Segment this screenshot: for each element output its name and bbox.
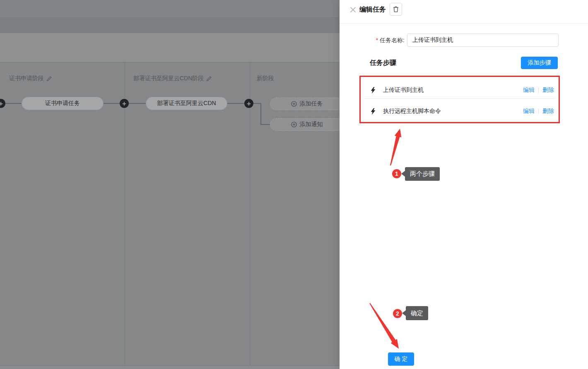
annotation-tooltip-steps: 两个步骤 <box>405 167 440 181</box>
stage-title-1: 证书申请阶段 <box>9 75 52 82</box>
plus-icon: + <box>247 100 251 107</box>
action-separator <box>538 87 539 93</box>
stage-title-2-label: 部署证书至阿里云CDN阶段 <box>133 75 204 82</box>
app-root: 证书申请阶段 部署证书至阿里云CDN阶段 新阶段 证书申请任务 部署证书至阿里云… <box>0 0 588 369</box>
delete-task-button[interactable] <box>390 3 402 16</box>
task-node-label: 部署证书至阿里云CDN <box>157 100 216 107</box>
step-row[interactable]: 执行远程主机脚本命令 编辑 删除 <box>364 103 555 119</box>
stage-title-3-label: 新阶段 <box>257 75 274 82</box>
steps-section-heading: 任务步骤 <box>370 59 396 67</box>
step-edit-link[interactable]: 编辑 <box>523 86 535 94</box>
confirm-button[interactable]: 确 定 <box>388 352 414 366</box>
add-task-button[interactable]: 添加任务 <box>270 98 340 110</box>
edit-pencil-icon[interactable] <box>46 76 52 81</box>
tooltip-tail <box>402 310 406 316</box>
lightning-icon <box>370 87 376 94</box>
top-navbar <box>0 0 340 17</box>
close-icon[interactable] <box>349 5 357 14</box>
task-node-deploy-cdn[interactable]: 部署证书至阿里云CDN <box>146 97 227 110</box>
step-edit-link[interactable]: 编辑 <box>523 108 535 115</box>
task-name-label: *任务名称: <box>340 37 405 44</box>
add-task-label: 添加任务 <box>300 100 323 108</box>
circle-plus-icon <box>291 101 297 107</box>
task-node-label: 证书申请任务 <box>45 100 80 107</box>
stage-title-2: 部署证书至阿里云CDN阶段 <box>133 75 212 82</box>
task-name-label-text: 任务名称: <box>380 37 405 43</box>
task-name-input[interactable] <box>407 34 559 47</box>
action-separator <box>538 108 539 114</box>
step-delete-link[interactable]: 删除 <box>542 108 554 115</box>
tooltip-tail <box>401 171 405 177</box>
step-name: 上传证书到主机 <box>383 86 523 94</box>
pipeline-toolbar <box>0 33 340 62</box>
required-mark: * <box>376 37 378 43</box>
stage-divider <box>250 62 250 366</box>
circle-plus-icon <box>291 122 297 127</box>
add-step-button[interactable]: 添加步骤 <box>521 57 558 69</box>
annotation-tooltip-confirm: 确定 <box>406 306 428 320</box>
stage-title-3: 新阶段 <box>257 75 274 82</box>
plus-icon: + <box>0 100 3 107</box>
sub-navbar <box>0 17 340 33</box>
edit-pencil-icon[interactable] <box>206 76 212 81</box>
drawer-title: 编辑任务 <box>359 5 386 14</box>
step-divider <box>364 98 555 99</box>
step-delete-link[interactable]: 删除 <box>542 86 554 94</box>
lightning-icon <box>370 108 376 115</box>
trash-icon <box>393 6 399 13</box>
edit-task-drawer: 编辑任务 *任务名称: 任务步骤 添加步骤 上传证书到主机 编辑 删除 <box>340 0 588 369</box>
step-name: 执行远程主机脚本命令 <box>383 108 523 115</box>
add-stage-button[interactable]: + <box>120 99 129 108</box>
annotation-badge-1: 1 <box>392 169 401 178</box>
add-stage-button[interactable]: + <box>244 99 253 108</box>
branch-connector-horizontal <box>260 124 270 125</box>
task-node-cert-request[interactable]: 证书申请任务 <box>22 97 104 110</box>
workflow-canvas: 证书申请阶段 部署证书至阿里云CDN阶段 新阶段 证书申请任务 部署证书至阿里云… <box>0 0 340 369</box>
step-row[interactable]: 上传证书到主机 编辑 删除 <box>364 82 555 98</box>
add-notification-button[interactable]: 添加通知 <box>270 118 340 131</box>
stage-title-1-label: 证书申请阶段 <box>9 75 44 82</box>
annotation-badge-2: 2 <box>393 309 402 318</box>
add-notification-label: 添加通知 <box>300 121 323 128</box>
plus-icon: + <box>122 100 126 107</box>
branch-connector-vertical <box>260 103 261 125</box>
